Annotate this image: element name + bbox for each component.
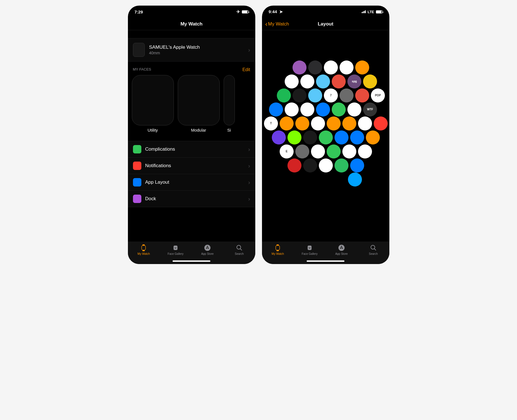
face-label: Modular bbox=[178, 128, 220, 132]
app-news[interactable] bbox=[358, 116, 372, 130]
app-mind[interactable] bbox=[316, 74, 330, 88]
app-wtf[interactable]: WTF bbox=[363, 102, 377, 116]
home-indicator[interactable] bbox=[307, 260, 345, 262]
tab-app-store[interactable]: App Store bbox=[326, 244, 357, 255]
app-evernote[interactable] bbox=[334, 158, 348, 172]
app-keynote[interactable] bbox=[350, 130, 364, 144]
faces-carousel[interactable]: Utility Modular Si bbox=[128, 75, 255, 135]
app-radio[interactable] bbox=[327, 144, 341, 158]
app-things[interactable] bbox=[355, 88, 369, 102]
app-stopwatch[interactable] bbox=[327, 116, 341, 130]
faces-section-header: MY FACES Edit bbox=[128, 62, 255, 75]
edit-button[interactable]: Edit bbox=[242, 67, 250, 72]
app-play[interactable] bbox=[334, 130, 348, 144]
app-activity[interactable] bbox=[303, 130, 317, 144]
app-contacts[interactable] bbox=[340, 88, 354, 102]
app-sun[interactable] bbox=[366, 130, 380, 144]
app-stocks[interactable] bbox=[303, 158, 317, 172]
app-home2[interactable] bbox=[348, 172, 362, 186]
face-preview bbox=[224, 75, 235, 125]
app-spotify[interactable] bbox=[277, 88, 291, 102]
app-breathe[interactable] bbox=[300, 74, 314, 88]
app-files[interactable] bbox=[350, 158, 364, 172]
tab-my-watch[interactable]: My Watch bbox=[262, 244, 294, 255]
app-ecg[interactable] bbox=[285, 74, 299, 88]
app-podcasts[interactable] bbox=[293, 60, 307, 74]
face-preview bbox=[178, 75, 220, 125]
list-item-icon bbox=[133, 195, 141, 203]
app-yelp[interactable] bbox=[287, 158, 301, 172]
faces-header-label: MY FACES bbox=[133, 67, 151, 72]
svg-line-13 bbox=[374, 249, 376, 250]
left-screenshot: 7:29 ✈ My Watch SAMUEL's Apple Watch 40m… bbox=[128, 6, 255, 264]
status-time: 7:29 bbox=[135, 10, 143, 14]
app-weather[interactable] bbox=[308, 88, 322, 102]
app-workout2[interactable] bbox=[287, 130, 301, 144]
app-workout[interactable] bbox=[355, 60, 369, 74]
app-messages[interactable] bbox=[319, 130, 333, 144]
app-phone[interactable] bbox=[332, 102, 346, 116]
app-home[interactable] bbox=[340, 60, 354, 74]
chevron-right-icon: › bbox=[248, 196, 250, 202]
svg-rect-8 bbox=[277, 244, 279, 245]
app-radio-app[interactable] bbox=[374, 116, 388, 130]
app-world-clock[interactable] bbox=[295, 116, 309, 130]
app-camera[interactable] bbox=[363, 74, 377, 88]
search-icon bbox=[236, 244, 243, 251]
app-calendar[interactable]: 7 bbox=[324, 88, 338, 102]
tab-label: App Store bbox=[201, 252, 214, 255]
app-alarm[interactable] bbox=[280, 116, 294, 130]
app-clock[interactable] bbox=[311, 116, 325, 130]
app-maps[interactable] bbox=[285, 102, 299, 116]
app-remote[interactable] bbox=[272, 130, 286, 144]
list-item-app-layout[interactable]: App Layout › bbox=[128, 174, 255, 191]
face-utility[interactable]: Utility bbox=[132, 75, 174, 132]
tab-face-gallery[interactable]: Face Gallery bbox=[160, 244, 191, 255]
watch-row[interactable]: SAMUEL's Apple Watch 40mm › bbox=[128, 38, 255, 62]
app-authenticator[interactable] bbox=[269, 102, 283, 116]
list-item-label: Complications bbox=[145, 146, 244, 152]
tab-face-gallery[interactable]: Face Gallery bbox=[294, 244, 326, 255]
app-espn[interactable]: E bbox=[280, 144, 294, 158]
app-music[interactable] bbox=[300, 102, 314, 116]
app-settings[interactable] bbox=[295, 144, 309, 158]
app-heart[interactable] bbox=[308, 60, 322, 74]
watch-icon bbox=[140, 244, 147, 251]
list-item-notifications[interactable]: Notifications › bbox=[128, 158, 255, 174]
right-screenshot: 9:44 ➤ LTE ‹ My Watch Layout spg7POPWTFT… bbox=[262, 6, 389, 264]
app-timer[interactable] bbox=[342, 116, 356, 130]
svg-rect-10 bbox=[308, 246, 312, 250]
svg-rect-2 bbox=[142, 250, 145, 251]
app-layout-grid[interactable]: spg7POPWTFTE bbox=[262, 30, 389, 242]
tab-search[interactable]: Search bbox=[223, 244, 255, 255]
app-spg[interactable]: spg bbox=[347, 74, 361, 88]
face-preview bbox=[132, 75, 174, 125]
tab-my-watch[interactable]: My Watch bbox=[128, 244, 160, 255]
app-nytimes[interactable]: T bbox=[264, 116, 278, 130]
app-breathe-alt[interactable] bbox=[324, 60, 338, 74]
chevron-right-icon: › bbox=[248, 179, 250, 186]
app-grid-app[interactable] bbox=[358, 144, 372, 158]
app-mail[interactable] bbox=[316, 102, 330, 116]
battery-icon bbox=[242, 10, 249, 13]
tab-app-store[interactable]: App Store bbox=[191, 244, 223, 255]
back-button[interactable]: ‹ My Watch bbox=[265, 20, 289, 28]
app-appstore[interactable] bbox=[342, 144, 356, 158]
app-findmy[interactable] bbox=[293, 88, 307, 102]
honeycomb: spg7POPWTFTE bbox=[267, 60, 384, 189]
app-photos[interactable] bbox=[311, 144, 325, 158]
list-item-icon bbox=[133, 178, 141, 186]
list-item-complications[interactable]: Complications › bbox=[128, 141, 255, 158]
face-modular[interactable]: Modular bbox=[178, 75, 220, 132]
app-pop[interactable]: POP bbox=[371, 88, 385, 102]
app-todoist[interactable] bbox=[332, 74, 346, 88]
home-indicator[interactable] bbox=[173, 260, 210, 262]
list-item-dock[interactable]: Dock › bbox=[128, 191, 255, 207]
face-partial[interactable]: Si bbox=[224, 75, 235, 132]
nav-header: ‹ My Watch Layout bbox=[262, 18, 389, 30]
list-item-label: App Layout bbox=[145, 179, 244, 185]
network-label: LTE bbox=[368, 10, 374, 14]
app-messenger[interactable] bbox=[347, 102, 361, 116]
tab-search[interactable]: Search bbox=[357, 244, 389, 255]
app-health[interactable] bbox=[319, 158, 333, 172]
